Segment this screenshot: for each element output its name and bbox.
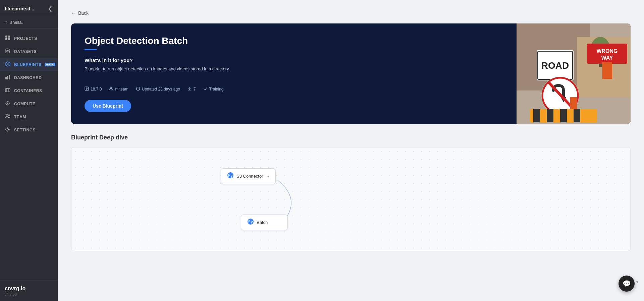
containers-icon: [5, 87, 11, 94]
meta-version: 18.7.0: [85, 86, 102, 92]
svg-text:Py: Py: [228, 173, 233, 178]
hero-description: Blueprint to run object detection on ima…: [85, 66, 503, 72]
flow-connector-svg: [71, 147, 630, 251]
version-icon: [85, 86, 89, 92]
svg-rect-48: [533, 109, 540, 122]
team-icon: [5, 114, 11, 120]
sidebar-item-dashboard[interactable]: DASHBOARD: [0, 71, 58, 84]
projects-icon: [5, 35, 11, 42]
deep-dive-title: Blueprint Deep dive: [71, 134, 631, 141]
batch-node-label: Batch: [257, 220, 268, 225]
svg-rect-0: [5, 36, 7, 38]
dashboard-icon: [5, 74, 11, 81]
clock-icon: [136, 86, 140, 92]
blueprints-label: BLUEPRINTS: [14, 62, 42, 67]
svg-rect-9: [9, 75, 10, 79]
datasets-label: DATASETS: [14, 49, 53, 54]
sidebar-item-blueprints[interactable]: BLUEPRINTS BETA: [0, 58, 58, 71]
settings-label: SETTINGS: [14, 128, 53, 132]
beta-badge: BETA: [45, 63, 55, 66]
svg-text:WAY: WAY: [601, 55, 613, 61]
scroll-indicator: ▼: [635, 280, 639, 284]
svg-rect-7: [5, 77, 7, 79]
svg-point-14: [7, 103, 8, 104]
hero-meta: 18.7.0 mlteam Updated 23 days ago: [85, 86, 503, 92]
svg-marker-6: [7, 63, 9, 65]
back-label: Back: [78, 10, 89, 16]
user-icon: ○: [5, 19, 7, 25]
team-value: mlteam: [115, 87, 128, 92]
hero-content: Object Detection Batch What's in it for …: [71, 23, 517, 124]
svg-text:Py: Py: [248, 220, 253, 224]
meta-team: mlteam: [109, 86, 128, 92]
sidebar-footer: cnvrg.io v4.7.56: [0, 281, 58, 301]
type-value: Training: [209, 87, 224, 92]
sidebar-collapse-button[interactable]: ❮: [47, 5, 53, 12]
svg-rect-10: [5, 88, 10, 92]
meta-updated: Updated 23 days ago: [136, 86, 180, 92]
downloads-value: 7: [194, 87, 196, 92]
footer-version: v4.7.56: [5, 292, 53, 296]
meta-downloads: 7: [187, 86, 196, 92]
sidebar-item-settings[interactable]: SETTINGS: [0, 123, 58, 136]
updated-value: Updated 23 days ago: [142, 87, 180, 92]
back-link[interactable]: ← Back: [71, 10, 89, 16]
svg-rect-49: [547, 109, 553, 122]
svg-rect-1: [8, 36, 10, 38]
sidebar: blueprintsd... ❮ ○ sheila. PROJECTS DATA…: [0, 0, 58, 301]
projects-label: PROJECTS: [14, 36, 53, 41]
sidebar-user: ○ sheila.: [0, 16, 58, 28]
batch-node-icon: Py: [247, 218, 254, 227]
s3-node-handle: ●: [267, 174, 270, 178]
svg-rect-2: [5, 38, 7, 40]
version-value: 18.7.0: [91, 87, 102, 92]
dashboard-label: DASHBOARD: [14, 75, 53, 80]
compute-icon: [5, 101, 11, 107]
username: sheila.: [10, 20, 23, 25]
deep-dive-section: Blueprint Deep dive Py S3 Connector ● Py…: [71, 134, 631, 251]
hero-subtitle: What's in it for you?: [85, 57, 503, 63]
team-meta-icon: [109, 86, 113, 92]
sidebar-item-team[interactable]: TEAM: [0, 110, 58, 123]
sidebar-header: blueprintsd... ❮: [0, 0, 58, 16]
sidebar-item-containers[interactable]: CONTAINERS: [0, 84, 58, 97]
svg-point-20: [8, 115, 10, 116]
sidebar-item-compute[interactable]: COMPUTE: [0, 97, 58, 110]
download-icon: [187, 86, 192, 92]
type-icon: [203, 86, 208, 92]
containers-label: CONTAINERS: [14, 88, 53, 93]
back-arrow-icon: ←: [71, 10, 76, 16]
hero-card: Object Detection Batch What's in it for …: [71, 23, 631, 124]
meta-type: Training: [203, 86, 224, 92]
sidebar-item-datasets[interactable]: DATASETS: [0, 45, 58, 58]
hero-title: Object Detection Batch: [85, 36, 503, 46]
svg-rect-3: [8, 38, 10, 40]
svg-rect-8: [7, 76, 8, 79]
settings-icon: [5, 127, 11, 133]
sidebar-nav: PROJECTS DATASETS BLUEPRINTS BETA DASHBO…: [0, 28, 58, 281]
svg-text:ROAD: ROAD: [541, 60, 569, 71]
svg-point-19: [6, 115, 8, 116]
svg-rect-50: [560, 109, 567, 122]
node-s3-connector[interactable]: Py S3 Connector ●: [221, 168, 276, 184]
sidebar-item-projects[interactable]: PROJECTS: [0, 32, 58, 45]
footer-logo: cnvrg.io: [5, 286, 53, 292]
blueprints-icon: [5, 61, 11, 68]
datasets-icon: [5, 48, 11, 55]
hero-image: ROAD WRONG WAY: [517, 23, 631, 124]
node-batch[interactable]: Py Batch: [241, 215, 288, 230]
chat-bubble-button[interactable]: 💬: [619, 276, 635, 292]
main-content: ← Back Object Detection Batch What's in …: [58, 0, 644, 301]
svg-point-21: [7, 129, 9, 130]
svg-text:WRONG: WRONG: [596, 48, 618, 54]
svg-rect-41: [602, 62, 612, 79]
chat-icon: 💬: [623, 280, 631, 288]
svg-rect-51: [574, 109, 580, 122]
svg-point-4: [6, 49, 10, 51]
s3-node-icon: Py: [227, 172, 234, 180]
hero-title-underline: [85, 49, 97, 50]
use-blueprint-button[interactable]: Use Blueprint: [85, 100, 131, 112]
flow-canvas: Py S3 Connector ● Py Batch: [71, 147, 631, 251]
compute-label: COMPUTE: [14, 102, 53, 106]
s3-node-label: S3 Connector: [236, 174, 263, 179]
